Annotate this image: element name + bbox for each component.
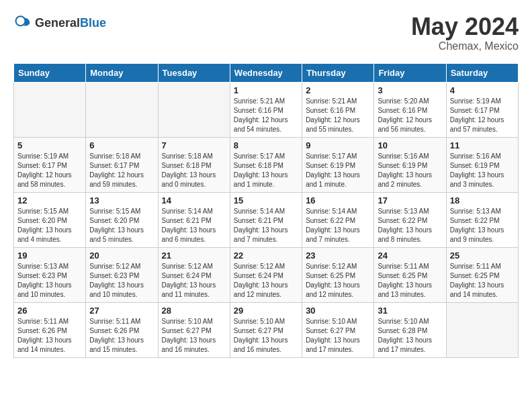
day-info: Sunrise: 5:18 AM Sunset: 6:18 PM Dayligh… [162, 152, 226, 189]
day-number: 29 [234, 306, 298, 316]
day-number: 31 [378, 306, 442, 316]
day-number: 21 [162, 250, 226, 261]
calendar-cell: 24Sunrise: 5:11 AM Sunset: 6:25 PM Dayli… [374, 247, 446, 302]
day-number: 14 [162, 195, 226, 205]
day-info: Sunrise: 5:14 AM Sunset: 6:22 PM Dayligh… [306, 207, 370, 244]
day-info: Sunrise: 5:21 AM Sunset: 6:16 PM Dayligh… [306, 97, 370, 134]
day-number: 25 [450, 250, 515, 261]
calendar-cell [446, 302, 518, 357]
calendar-cell [158, 82, 230, 137]
day-info: Sunrise: 5:16 AM Sunset: 6:19 PM Dayligh… [450, 152, 515, 189]
day-info: Sunrise: 5:13 AM Sunset: 6:23 PM Dayligh… [17, 262, 82, 300]
weekday-header-monday: Monday [86, 63, 158, 82]
day-info: Sunrise: 5:14 AM Sunset: 6:21 PM Dayligh… [162, 207, 226, 244]
calendar-cell: 27Sunrise: 5:11 AM Sunset: 6:26 PM Dayli… [86, 302, 158, 357]
calendar-cell: 21Sunrise: 5:12 AM Sunset: 6:24 PM Dayli… [158, 247, 230, 302]
day-number: 20 [89, 250, 154, 261]
calendar-table: SundayMondayTuesdayWednesdayThursdayFrid… [13, 63, 519, 358]
calendar-cell: 7Sunrise: 5:18 AM Sunset: 6:18 PM Daylig… [158, 137, 230, 192]
logo: GeneralBlue [13, 13, 106, 32]
calendar-cell: 5Sunrise: 5:19 AM Sunset: 6:17 PM Daylig… [14, 137, 86, 192]
calendar-cell: 20Sunrise: 5:12 AM Sunset: 6:23 PM Dayli… [86, 247, 158, 302]
calendar-cell: 1Sunrise: 5:21 AM Sunset: 6:16 PM Daylig… [230, 82, 302, 137]
day-info: Sunrise: 5:14 AM Sunset: 6:21 PM Dayligh… [234, 207, 298, 244]
day-number: 7 [162, 140, 226, 150]
day-number: 19 [17, 250, 82, 261]
title-block: May 2024 Chemax, Mexico [411, 13, 519, 52]
day-info: Sunrise: 5:21 AM Sunset: 6:16 PM Dayligh… [234, 97, 298, 134]
weekday-header-saturday: Saturday [446, 63, 518, 82]
day-number: 28 [162, 306, 226, 316]
day-info: Sunrise: 5:11 AM Sunset: 6:26 PM Dayligh… [89, 317, 154, 355]
day-number: 16 [306, 195, 370, 205]
day-number: 5 [17, 140, 82, 150]
day-info: Sunrise: 5:10 AM Sunset: 6:27 PM Dayligh… [234, 317, 298, 355]
day-number: 26 [17, 306, 82, 316]
day-info: Sunrise: 5:15 AM Sunset: 6:20 PM Dayligh… [17, 207, 82, 244]
weekday-header-sunday: Sunday [14, 63, 86, 82]
day-number: 3 [378, 85, 442, 95]
day-number: 10 [378, 140, 442, 150]
calendar-cell: 14Sunrise: 5:14 AM Sunset: 6:21 PM Dayli… [158, 192, 230, 247]
calendar-cell [86, 82, 158, 137]
calendar-cell: 4Sunrise: 5:19 AM Sunset: 6:17 PM Daylig… [446, 82, 518, 137]
day-number: 9 [306, 140, 370, 150]
day-number: 4 [450, 85, 515, 95]
day-number: 8 [234, 140, 298, 150]
day-number: 1 [234, 85, 298, 95]
calendar-cell: 18Sunrise: 5:13 AM Sunset: 6:22 PM Dayli… [446, 192, 518, 247]
calendar-cell: 26Sunrise: 5:11 AM Sunset: 6:26 PM Dayli… [14, 302, 86, 357]
day-info: Sunrise: 5:16 AM Sunset: 6:19 PM Dayligh… [378, 152, 442, 189]
calendar-cell: 10Sunrise: 5:16 AM Sunset: 6:19 PM Dayli… [374, 137, 446, 192]
day-info: Sunrise: 5:12 AM Sunset: 6:23 PM Dayligh… [89, 262, 154, 300]
calendar-cell [14, 82, 86, 137]
calendar-cell: 29Sunrise: 5:10 AM Sunset: 6:27 PM Dayli… [230, 302, 302, 357]
week-row-2: 5Sunrise: 5:19 AM Sunset: 6:17 PM Daylig… [14, 137, 519, 192]
week-row-4: 19Sunrise: 5:13 AM Sunset: 6:23 PM Dayli… [14, 247, 519, 302]
weekday-header-wednesday: Wednesday [230, 63, 302, 82]
weekday-header-thursday: Thursday [302, 63, 374, 82]
day-info: Sunrise: 5:11 AM Sunset: 6:25 PM Dayligh… [378, 262, 442, 300]
day-info: Sunrise: 5:15 AM Sunset: 6:20 PM Dayligh… [89, 207, 154, 244]
calendar-cell: 9Sunrise: 5:17 AM Sunset: 6:19 PM Daylig… [302, 137, 374, 192]
calendar-cell: 28Sunrise: 5:10 AM Sunset: 6:27 PM Dayli… [158, 302, 230, 357]
calendar-cell: 19Sunrise: 5:13 AM Sunset: 6:23 PM Dayli… [14, 247, 86, 302]
day-number: 17 [378, 195, 442, 205]
logo-blue-text: Blue [80, 16, 106, 30]
calendar-cell: 12Sunrise: 5:15 AM Sunset: 6:20 PM Dayli… [14, 192, 86, 247]
calendar-cell: 13Sunrise: 5:15 AM Sunset: 6:20 PM Dayli… [86, 192, 158, 247]
calendar-cell: 2Sunrise: 5:21 AM Sunset: 6:16 PM Daylig… [302, 82, 374, 137]
day-info: Sunrise: 5:20 AM Sunset: 6:16 PM Dayligh… [378, 97, 442, 134]
week-row-1: 1Sunrise: 5:21 AM Sunset: 6:16 PM Daylig… [14, 82, 519, 137]
logo-icon [13, 13, 32, 32]
day-number: 11 [450, 140, 515, 150]
logo-general-text: General [35, 16, 80, 30]
day-info: Sunrise: 5:17 AM Sunset: 6:19 PM Dayligh… [306, 152, 370, 189]
day-number: 18 [450, 195, 515, 205]
weekday-header-friday: Friday [374, 63, 446, 82]
day-number: 12 [17, 195, 82, 205]
day-number: 15 [234, 195, 298, 205]
calendar-cell: 17Sunrise: 5:13 AM Sunset: 6:22 PM Dayli… [374, 192, 446, 247]
day-number: 27 [89, 306, 154, 316]
day-info: Sunrise: 5:19 AM Sunset: 6:17 PM Dayligh… [17, 152, 82, 189]
day-info: Sunrise: 5:13 AM Sunset: 6:22 PM Dayligh… [378, 207, 442, 244]
day-info: Sunrise: 5:11 AM Sunset: 6:26 PM Dayligh… [17, 317, 82, 355]
day-number: 2 [306, 85, 370, 95]
day-number: 13 [89, 195, 154, 205]
calendar-cell: 31Sunrise: 5:10 AM Sunset: 6:28 PM Dayli… [374, 302, 446, 357]
day-number: 30 [306, 306, 370, 316]
calendar-cell: 25Sunrise: 5:11 AM Sunset: 6:25 PM Dayli… [446, 247, 518, 302]
calendar-cell: 30Sunrise: 5:10 AM Sunset: 6:27 PM Dayli… [302, 302, 374, 357]
week-row-5: 26Sunrise: 5:11 AM Sunset: 6:26 PM Dayli… [14, 302, 519, 357]
day-info: Sunrise: 5:12 AM Sunset: 6:25 PM Dayligh… [306, 262, 370, 300]
day-info: Sunrise: 5:11 AM Sunset: 6:25 PM Dayligh… [450, 262, 515, 300]
calendar-cell: 23Sunrise: 5:12 AM Sunset: 6:25 PM Dayli… [302, 247, 374, 302]
calendar-cell: 11Sunrise: 5:16 AM Sunset: 6:19 PM Dayli… [446, 137, 518, 192]
day-number: 6 [89, 140, 154, 150]
day-info: Sunrise: 5:12 AM Sunset: 6:24 PM Dayligh… [162, 262, 226, 300]
month-title: May 2024 [411, 13, 519, 40]
day-info: Sunrise: 5:19 AM Sunset: 6:17 PM Dayligh… [450, 97, 515, 134]
day-info: Sunrise: 5:13 AM Sunset: 6:22 PM Dayligh… [450, 207, 515, 244]
svg-point-0 [16, 16, 26, 26]
